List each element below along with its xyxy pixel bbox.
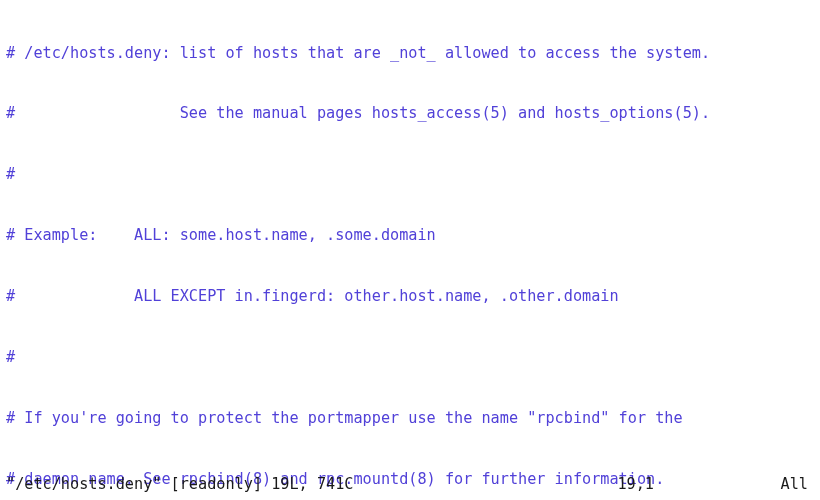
status-file-info: "/etc/hosts.deny" [readonly] 19L, 741C	[6, 474, 353, 494]
comment-line: # /etc/hosts.deny: list of hosts that ar…	[6, 43, 814, 63]
comment-line: # See the manual pages hosts_access(5) a…	[6, 103, 814, 123]
editor-viewport[interactable]: # /etc/hosts.deny: list of hosts that ar…	[6, 2, 814, 500]
comment-line: # ALL EXCEPT in.fingerd: other.host.name…	[6, 286, 814, 306]
status-scroll-percent: All	[781, 474, 808, 494]
status-cursor-position: 19,1	[617, 474, 654, 494]
status-bar: "/etc/hosts.deny" [readonly] 19L, 741C 1…	[6, 474, 814, 494]
comment-line: # If you're going to protect the portmap…	[6, 408, 814, 428]
comment-line: #	[6, 347, 814, 367]
comment-line: #	[6, 164, 814, 184]
comment-line: # Example: ALL: some.host.name, .some.do…	[6, 225, 814, 245]
